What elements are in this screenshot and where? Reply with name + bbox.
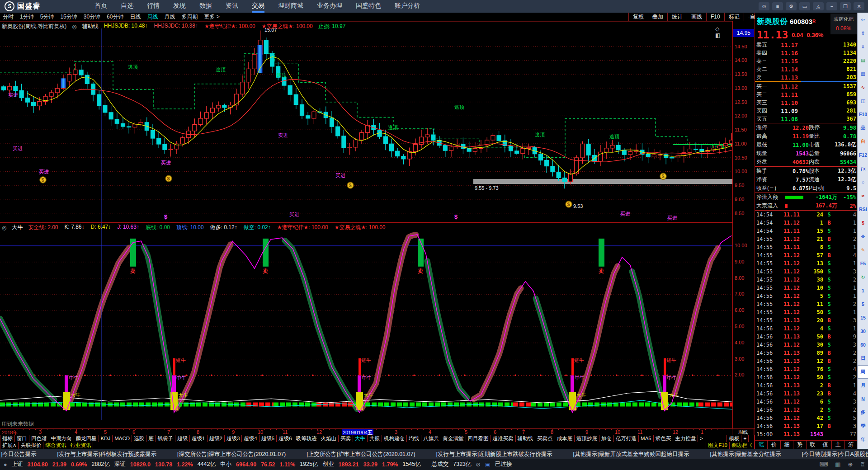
tab-超级[interactable]: 超级	[175, 435, 190, 442]
period-30分钟[interactable]: 30分钟	[84, 13, 100, 21]
tab-买卖点[interactable]: 买卖点	[535, 435, 555, 442]
quote-tab-细[interactable]: 细	[781, 441, 793, 449]
level-row[interactable]: 买四11.09281	[755, 107, 858, 115]
monitor-icon[interactable]: ▭	[799, 2, 810, 10]
tab->[interactable]: >	[698, 435, 705, 442]
strip-item-≈[interactable]: ≈	[858, 189, 868, 202]
tab-逃顶抄底[interactable]: 逃顶抄底	[575, 435, 599, 442]
tab-超级4[interactable]: 超级4	[242, 435, 259, 442]
tab-模板[interactable]: 模板	[726, 435, 741, 442]
strip-item-⇦[interactable]: ⇦	[858, 13, 868, 26]
main-candlestick-chart[interactable]: 新奥股份(周线,等比前复权) ◎ 辅助线 HHJSJDB: 10.48↑HHJS…	[0, 21, 732, 222]
tab-MACD[interactable]: MACD	[113, 435, 132, 442]
time-and-sales-list[interactable]: 14:5411.1124S414:5411.121B114:5411.1115S…	[755, 211, 858, 440]
tools-icon[interactable]: ⚙	[786, 2, 797, 10]
strip-item-F5[interactable]: F5	[858, 257, 868, 270]
toolbtn-统计[interactable]: 统计	[667, 13, 687, 21]
strip-item-1[interactable]: 1	[858, 284, 868, 297]
menu-item-数据[interactable]: 数据	[199, 0, 212, 13]
menu-item-交易[interactable]: 交易	[252, 0, 264, 13]
toolbtn-复权[interactable]: 复权	[628, 13, 648, 21]
strip-item-⇧[interactable]: ⇧	[858, 26, 868, 40]
strip-item-年[interactable]: 年	[858, 433, 868, 446]
menu-item-国盛特色[interactable]: 国盛特色	[356, 0, 381, 13]
index-name[interactable]: 深证	[114, 461, 126, 468]
toolbtn-F10[interactable]: F10	[706, 13, 724, 21]
period-多周期[interactable]: 多周期	[181, 13, 198, 21]
level-row[interactable]: 卖四11.161134	[755, 49, 858, 57]
tab-KDJ[interactable]: KDJ	[99, 435, 113, 442]
strip-item-$[interactable]: $	[858, 216, 868, 230]
tab-均线[interactable]: 均线	[407, 435, 421, 442]
tab-成本底[interactable]: 成本底	[555, 435, 575, 442]
tab-麟龙四星[interactable]: 麟龙四星	[74, 435, 99, 442]
quote-tab-主[interactable]: 主	[832, 441, 844, 449]
tab-超准买卖[interactable]: 超准买卖	[491, 435, 516, 442]
tab-超级2[interactable]: 超级2	[208, 435, 225, 442]
period-日线[interactable]: 日线	[130, 13, 141, 21]
strip-item-60[interactable]: 60	[858, 338, 868, 352]
menu-item-理财商城[interactable]: 理财商城	[278, 0, 303, 13]
tab-紫色买[interactable]: 紫色买	[654, 435, 674, 442]
period-更多 >[interactable]: 更多 >	[204, 13, 219, 21]
period-5分钟[interactable]: 5分钟	[40, 13, 54, 21]
board-icon[interactable]: ▥	[835, 461, 840, 468]
toolbtn-标记[interactable]: 标记	[724, 13, 744, 21]
tab-黄金满堂[interactable]: 黄金满堂	[441, 435, 466, 442]
tab-扩展∧[interactable]: 扩展∧	[0, 442, 19, 449]
tab-底[interactable]: 底	[146, 435, 156, 442]
level-row[interactable]: 卖二11.14821	[755, 65, 858, 73]
tower-icon[interactable]: ♖	[860, 461, 865, 468]
period-周线[interactable]: 周线	[147, 13, 158, 21]
quote-tab-筹[interactable]: 筹	[845, 441, 858, 449]
maximize-button[interactable]: ❐	[840, 2, 851, 10]
index-name[interactable]: 上证	[12, 461, 23, 468]
index-name[interactable]: 中小	[220, 461, 231, 468]
period-1分钟[interactable]: 1分钟	[20, 13, 34, 21]
toolbtn-画线[interactable]: 画线	[687, 13, 706, 21]
toolbtn-叠加[interactable]: 叠加	[648, 13, 667, 21]
strip-item-15[interactable]: 15	[858, 311, 868, 324]
tab-超级6[interactable]: 超级6	[277, 435, 294, 442]
strip-item-⇩[interactable]: ⇩	[858, 40, 868, 53]
period-60分钟[interactable]: 60分钟	[107, 13, 123, 21]
strip-item-RSI[interactable]: RSI	[858, 202, 868, 216]
tab-主力控盘[interactable]: 主力控盘	[673, 435, 698, 442]
tab-加仓[interactable]: 加仓	[599, 435, 614, 442]
skin-icon[interactable]: ◬	[813, 2, 824, 10]
period-月线[interactable]: 月线	[164, 13, 175, 21]
tab-MA5[interactable]: MA5	[639, 435, 654, 442]
menu-item-发现[interactable]: 发现	[173, 0, 186, 13]
close-button[interactable]: ✕	[854, 2, 864, 10]
strip-item-多[interactable]: 多	[858, 406, 868, 419]
news-ticker[interactable]: ]今日公告提示[发行与上市提示]科创板发行预披露提示[深交所公告]深市上市公司公…	[0, 449, 868, 459]
chart-corner-icons[interactable]: ◇ ◧	[715, 26, 732, 38]
tab-大牛[interactable]: 大牛	[353, 435, 368, 442]
tab-超级1[interactable]: 超级1	[190, 435, 207, 442]
tab-八旗兵[interactable]: 八旗兵	[421, 435, 441, 442]
tab-超级3[interactable]: 超级3	[225, 435, 242, 442]
tab-火焰山[interactable]: 火焰山	[319, 435, 339, 442]
tab-侧边栏《[interactable]: 侧边栏《	[730, 442, 755, 449]
strip-item-○[interactable]: ○	[858, 175, 868, 189]
tab-钱袋子[interactable]: 钱袋子	[156, 435, 176, 442]
index-name[interactable]: 创业	[323, 461, 334, 468]
tab-亿万打造[interactable]: 亿万打造	[614, 435, 639, 442]
tab-共振[interactable]: 共振	[368, 435, 382, 442]
strip-item-N[interactable]: N	[858, 392, 868, 406]
quote-tab-价[interactable]: 价	[768, 441, 780, 449]
period-分时[interactable]: 分时	[3, 13, 14, 21]
level-row[interactable]: 买五11.08367	[755, 115, 858, 123]
quote-tab-笔[interactable]: 笔	[755, 441, 768, 449]
strip-item-▤[interactable]: ▤	[858, 53, 868, 67]
tab-四目看图[interactable]: 四目看图	[466, 435, 491, 442]
chat-icon[interactable]: ⊙	[759, 2, 769, 10]
quote-tab-联[interactable]: 联	[807, 441, 819, 449]
strip-item-ƒx[interactable]: ƒx	[858, 162, 868, 175]
strip-item-周[interactable]: 周	[858, 365, 868, 379]
level-row[interactable]: 卖一11.13203	[755, 73, 858, 81]
strip-item-∿[interactable]: ∿	[858, 80, 868, 94]
menu-item-业务办理[interactable]: 业务办理	[317, 0, 342, 13]
strip-item-季[interactable]: 季	[858, 419, 868, 433]
strip-item-◫[interactable]: ◫	[858, 94, 868, 108]
